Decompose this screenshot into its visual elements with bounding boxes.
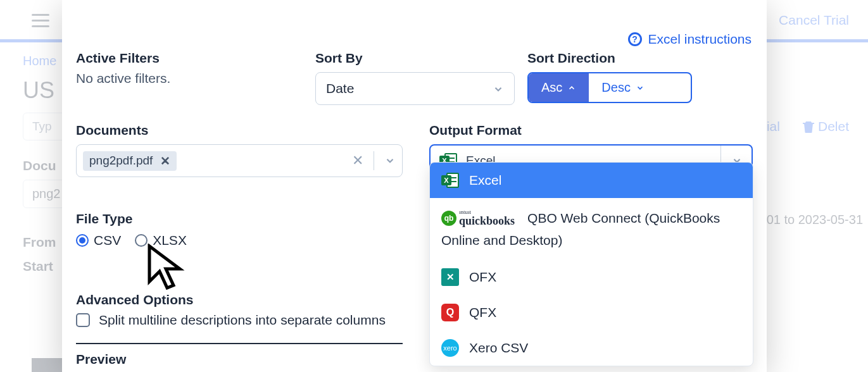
option-qfx[interactable]: Q QFX <box>430 295 753 330</box>
split-checkbox[interactable] <box>76 313 90 327</box>
output-format-dropdown: X Excel qb ıntuıtquickbooks QBO Web Conn… <box>429 162 753 366</box>
documents-label: Documents <box>76 123 403 138</box>
file-type-label: File Type <box>76 211 403 226</box>
csv-radio[interactable]: CSV <box>76 233 121 248</box>
sort-direction-group: Asc Desc <box>527 72 692 103</box>
no-filters-text: No active filters. <box>76 71 303 86</box>
active-filters-label: Active Filters <box>76 51 303 66</box>
help-icon: ? <box>628 32 642 46</box>
option-excel[interactable]: X Excel <box>430 163 753 198</box>
radio-unchecked-icon <box>135 234 148 247</box>
output-format-label: Output Format <box>429 123 753 138</box>
qfx-icon: Q <box>441 304 459 321</box>
sort-direction-label: Sort Direction <box>527 51 692 66</box>
preview-label: Preview <box>76 352 403 367</box>
chevron-up-icon <box>567 84 576 92</box>
advanced-options-label: Advanced Options <box>76 292 403 307</box>
quickbooks-icon: qb ıntuıtquickbooks <box>441 209 515 226</box>
documents-multiselect[interactable]: png2pdf.pdf ✕ ✕ <box>76 144 403 177</box>
divider <box>374 151 374 170</box>
excel-icon: X <box>441 171 459 189</box>
radio-checked-icon <box>76 234 89 247</box>
chip-remove-icon[interactable]: ✕ <box>160 154 170 168</box>
option-xero[interactable]: xero Xero CSV <box>430 330 753 366</box>
chevron-down-icon[interactable] <box>384 155 396 166</box>
sort-by-label: Sort By <box>315 51 515 66</box>
xlsx-radio[interactable]: XLSX <box>135 233 187 248</box>
chevron-down-icon <box>493 83 504 94</box>
xero-icon: xero <box>441 339 459 357</box>
chevron-down-icon <box>636 84 645 92</box>
option-ofx[interactable]: ✕ OFX <box>430 259 753 295</box>
sort-by-select[interactable]: Date <box>315 72 515 105</box>
excel-instructions-link[interactable]: ? Excel instructions <box>628 32 752 47</box>
export-modal: ? Excel instructions Active Filters No a… <box>62 0 767 372</box>
option-quickbooks[interactable]: qb ıntuıtquickbooks QBO Web Connect (Qui… <box>430 198 753 259</box>
ofx-icon: ✕ <box>441 268 459 286</box>
split-label: Split multiline descriptions into separa… <box>99 313 386 328</box>
sort-desc-button[interactable]: Desc <box>589 73 657 102</box>
document-chip: png2pdf.pdf ✕ <box>83 151 177 171</box>
sort-asc-button[interactable]: Asc <box>529 73 589 102</box>
clear-all-icon[interactable]: ✕ <box>352 152 363 169</box>
